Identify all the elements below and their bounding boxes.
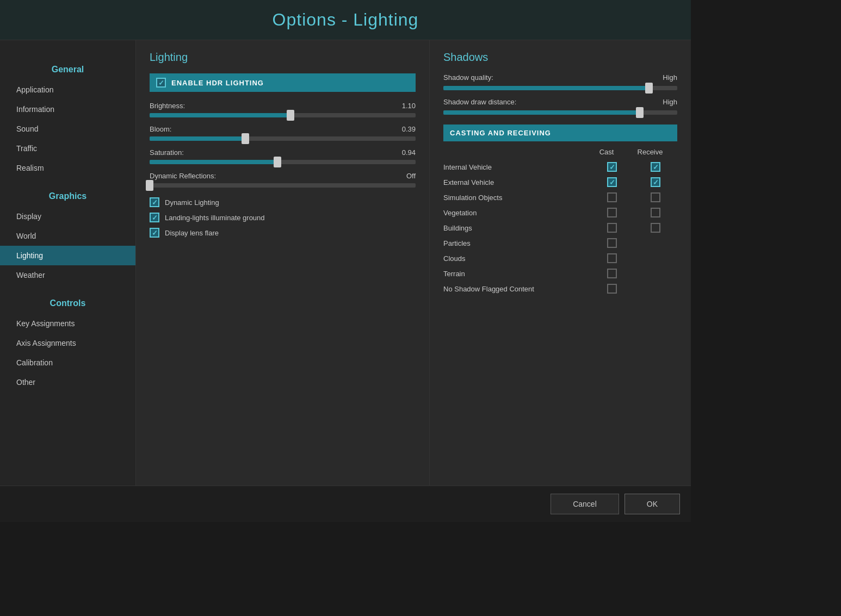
bottom-bar: Cancel OK bbox=[0, 486, 691, 522]
dynamic-lighting-checkbox[interactable] bbox=[150, 197, 159, 207]
buildings-receive-checkbox[interactable] bbox=[651, 223, 660, 233]
sidebar: General Application Information Sound Tr… bbox=[0, 40, 136, 486]
vegetation-cast[interactable] bbox=[590, 208, 634, 217]
terrain-cast-checkbox[interactable] bbox=[607, 269, 617, 278]
lens-flare-row[interactable]: Display lens flare bbox=[150, 228, 416, 238]
external-vehicle-receive-checkbox[interactable] bbox=[651, 177, 660, 187]
sidebar-item-display[interactable]: Display bbox=[0, 207, 135, 226]
sidebar-category-graphics: Graphics bbox=[0, 183, 135, 207]
external-vehicle-receive[interactable] bbox=[634, 177, 677, 187]
particles-cast-checkbox[interactable] bbox=[607, 238, 617, 248]
sidebar-item-key-assignments[interactable]: Key Assignments bbox=[0, 314, 135, 333]
shadow-row-particles: Particles bbox=[443, 235, 677, 251]
saturation-value: 0.94 bbox=[402, 148, 416, 157]
bloom-value: 0.39 bbox=[402, 125, 416, 133]
lens-flare-checkbox[interactable] bbox=[150, 228, 159, 238]
landing-lights-label: Landing-lights illuminate ground bbox=[165, 214, 265, 222]
shadow-draw-slider[interactable] bbox=[443, 110, 677, 115]
sidebar-item-traffic[interactable]: Traffic bbox=[0, 139, 135, 158]
internal-vehicle-receive-checkbox[interactable] bbox=[651, 162, 660, 172]
external-vehicle-cast[interactable] bbox=[590, 177, 634, 187]
shadow-quality-slider[interactable] bbox=[443, 86, 677, 90]
clouds-cast[interactable] bbox=[590, 253, 634, 263]
shadow-quality-label: Shadow quality: bbox=[443, 73, 493, 82]
internal-vehicle-cast[interactable] bbox=[590, 162, 634, 172]
lighting-title: Lighting bbox=[150, 51, 416, 64]
sidebar-item-weather[interactable]: Weather bbox=[0, 265, 135, 285]
shadow-draw-value: High bbox=[663, 98, 677, 106]
shadows-panel: Shadows Shadow quality: High Shadow draw… bbox=[430, 40, 691, 486]
brightness-value: 1.10 bbox=[402, 102, 416, 110]
shadow-row-simulation-objects: Simulation Objects bbox=[443, 190, 677, 205]
sidebar-item-application[interactable]: Application bbox=[0, 80, 135, 99]
dynamic-reflections-slider[interactable] bbox=[150, 183, 416, 188]
dynamic-reflections-label: Dynamic Reflections: bbox=[150, 172, 216, 180]
saturation-row: Saturation: 0.94 bbox=[150, 148, 416, 164]
shadow-table-header: Cast Receive bbox=[443, 148, 677, 156]
landing-lights-row[interactable]: Landing-lights illuminate ground bbox=[150, 213, 416, 222]
landing-lights-checkbox[interactable] bbox=[150, 213, 159, 222]
vegetation-receive-checkbox[interactable] bbox=[651, 208, 660, 217]
shadow-row-external-vehicle: External Vehicle bbox=[443, 175, 677, 190]
sidebar-category-controls: Controls bbox=[0, 290, 135, 314]
shadow-row-no-shadow-flagged: No Shadow Flagged Content bbox=[443, 281, 677, 296]
internal-vehicle-receive[interactable] bbox=[634, 162, 677, 172]
bloom-slider[interactable] bbox=[150, 136, 416, 141]
simulation-objects-label: Simulation Objects bbox=[443, 194, 590, 202]
vegetation-receive[interactable] bbox=[634, 208, 677, 217]
ok-button[interactable]: OK bbox=[624, 494, 680, 514]
sidebar-item-lighting[interactable]: Lighting bbox=[0, 246, 135, 265]
hdr-row[interactable]: ENABLE HDR LIGHTING bbox=[150, 73, 416, 92]
particles-label: Particles bbox=[443, 239, 590, 247]
external-vehicle-cast-checkbox[interactable] bbox=[607, 177, 617, 187]
simulation-objects-receive-checkbox[interactable] bbox=[651, 192, 660, 202]
internal-vehicle-label: Internal Vehicle bbox=[443, 163, 590, 171]
sidebar-item-axis-assignments[interactable]: Axis Assignments bbox=[0, 333, 135, 353]
bloom-row: Bloom: 0.39 bbox=[150, 125, 416, 141]
hdr-label: ENABLE HDR LIGHTING bbox=[171, 79, 264, 87]
sidebar-item-realism[interactable]: Realism bbox=[0, 158, 135, 178]
shadow-row-vegetation: Vegetation bbox=[443, 205, 677, 220]
receive-header: Receive bbox=[628, 148, 672, 156]
hdr-checkbox[interactable] bbox=[156, 78, 166, 88]
clouds-cast-checkbox[interactable] bbox=[607, 253, 617, 263]
shadow-quality-value: High bbox=[663, 73, 677, 82]
sidebar-item-world[interactable]: World bbox=[0, 226, 135, 246]
no-shadow-flagged-label: No Shadow Flagged Content bbox=[443, 285, 590, 293]
lens-flare-label: Display lens flare bbox=[165, 229, 219, 237]
no-shadow-flagged-cast[interactable] bbox=[590, 284, 634, 294]
shadow-draw-label: Shadow draw distance: bbox=[443, 98, 516, 106]
shadow-row-clouds: Clouds bbox=[443, 251, 677, 266]
saturation-label: Saturation: bbox=[150, 148, 184, 157]
sidebar-item-calibration[interactable]: Calibration bbox=[0, 353, 135, 372]
simulation-objects-cast[interactable] bbox=[590, 192, 634, 202]
cancel-button[interactable]: Cancel bbox=[551, 494, 619, 514]
dynamic-reflections-value: Off bbox=[406, 172, 416, 180]
sidebar-item-other[interactable]: Other bbox=[0, 372, 135, 392]
brightness-slider[interactable] bbox=[150, 113, 416, 117]
simulation-objects-receive[interactable] bbox=[634, 192, 677, 202]
buildings-cast-checkbox[interactable] bbox=[607, 223, 617, 233]
shadow-row-buildings: Buildings bbox=[443, 220, 677, 235]
shadows-title: Shadows bbox=[443, 51, 677, 64]
sidebar-item-sound[interactable]: Sound bbox=[0, 119, 135, 139]
terrain-cast[interactable] bbox=[590, 269, 634, 278]
vegetation-label: Vegetation bbox=[443, 209, 590, 217]
saturation-slider[interactable] bbox=[150, 160, 416, 164]
buildings-cast[interactable] bbox=[590, 223, 634, 233]
dynamic-lighting-row[interactable]: Dynamic Lighting bbox=[150, 197, 416, 207]
main-content: General Application Information Sound Tr… bbox=[0, 40, 691, 486]
bloom-label: Bloom: bbox=[150, 125, 171, 133]
simulation-objects-cast-checkbox[interactable] bbox=[607, 192, 617, 202]
buildings-receive[interactable] bbox=[634, 223, 677, 233]
dynamic-lighting-label: Dynamic Lighting bbox=[165, 198, 219, 207]
cast-header: Cast bbox=[585, 148, 628, 156]
no-shadow-flagged-cast-checkbox[interactable] bbox=[607, 284, 617, 294]
sidebar-item-information[interactable]: Information bbox=[0, 99, 135, 119]
internal-vehicle-cast-checkbox[interactable] bbox=[607, 162, 617, 172]
page-title: Options - Lighting bbox=[0, 10, 691, 30]
vegetation-cast-checkbox[interactable] bbox=[607, 208, 617, 217]
particles-cast[interactable] bbox=[590, 238, 634, 248]
shadow-draw-row: Shadow draw distance: High bbox=[443, 98, 677, 115]
clouds-label: Clouds bbox=[443, 254, 590, 263]
